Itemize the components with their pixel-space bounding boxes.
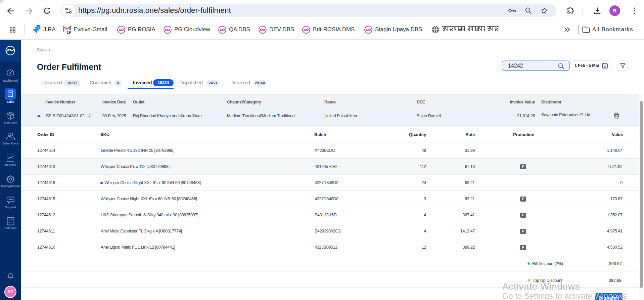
svg-text:31: 31	[604, 66, 606, 68]
